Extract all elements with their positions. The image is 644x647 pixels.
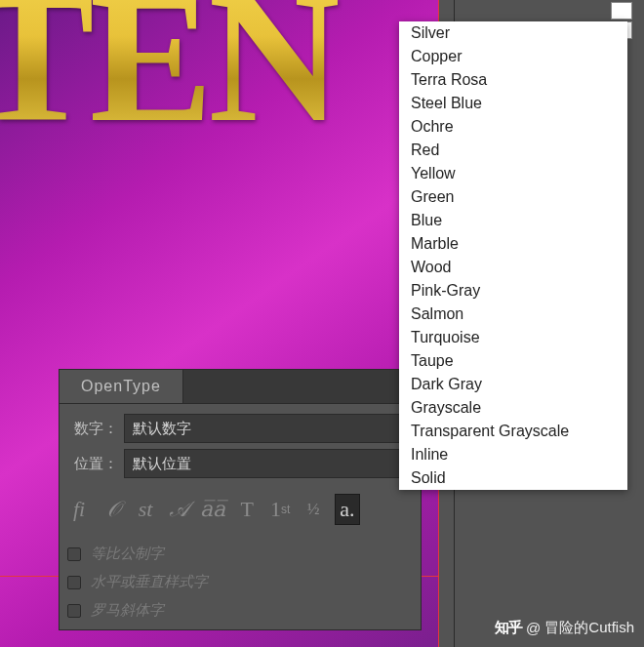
tab-bar-spacer (183, 370, 421, 403)
titling-alt-icon[interactable]: 𝒜 (167, 497, 190, 522)
ligatures-icon[interactable]: fi (67, 497, 91, 522)
dropdown-item[interactable]: Steel Blue (399, 92, 627, 115)
opentype-icon-row: fi 𝒪 st 𝒜 a̅a̅ T 1st ½ a. (67, 484, 413, 533)
allcaps-icon[interactable]: T (235, 497, 259, 522)
tab-opentype[interactable]: OpenType (60, 370, 183, 403)
figures-row: 数字： 默认数字 (67, 414, 413, 443)
check-label: 水平或垂直样式字 (91, 573, 208, 591)
figures-value: 默认数字 (133, 420, 191, 438)
watermark-prefix: @ (526, 620, 541, 636)
dropdown-item[interactable]: Blue (399, 209, 627, 232)
dropdown-item[interactable]: Pink-Gray (399, 279, 627, 303)
stylistic-alt-icon[interactable]: st (134, 497, 157, 522)
position-label: 位置： (67, 455, 118, 473)
position-value: 默认位置 (133, 455, 191, 473)
fractions-icon[interactable]: ½ (302, 500, 325, 519)
dropdown-item[interactable]: Dark Gray (399, 373, 627, 396)
dropdown-item[interactable]: Grayscale (399, 396, 627, 420)
watermark-author: 冒险的Cutfish (544, 619, 634, 637)
dropdown-item[interactable]: Solid (399, 466, 627, 490)
roman-italic-check[interactable]: 罗马斜体字 (67, 601, 413, 620)
dropdown-item[interactable]: Inline (399, 443, 627, 466)
dropdown-item[interactable]: Green (399, 185, 627, 209)
dropdown-item[interactable]: Silver (399, 21, 627, 45)
position-select[interactable]: 默认位置 (124, 449, 413, 478)
panel-body: 数字： 默认数字 位置： 默认位置 fi 𝒪 st 𝒜 a̅a̅ T 1st ½… (60, 404, 421, 629)
checkbox-icon (67, 576, 81, 589)
hv-style-check[interactable]: 水平或垂直样式字 (67, 573, 413, 591)
swash-icon[interactable]: 𝒪 (101, 497, 124, 522)
dropdown-item[interactable]: Red (399, 139, 627, 162)
dropdown-item[interactable]: Salmon (399, 303, 627, 326)
contextual-alt-icon[interactable]: a̅a̅ (200, 497, 225, 522)
dropdown-item[interactable]: Copper (399, 45, 627, 68)
dropdown-item[interactable]: Taupe (399, 349, 627, 373)
panel-tab-bar: OpenType (60, 370, 421, 404)
dropdown-item[interactable]: Wood (399, 256, 627, 279)
dropdown-item[interactable]: Yellow (399, 162, 627, 185)
check-label: 罗马斜体字 (91, 601, 164, 620)
artwork-text: TEN (0, 0, 338, 164)
figures-label: 数字： (67, 420, 118, 438)
check-group: 等比公制字 水平或垂直样式字 罗马斜体字 (67, 539, 413, 620)
dropdown-item[interactable]: Turquoise (399, 326, 627, 349)
check-label: 等比公制字 (91, 545, 164, 563)
dropdown-item[interactable]: Marble (399, 232, 627, 256)
ordinals-icon[interactable]: 1st (268, 497, 292, 522)
checkbox-icon (67, 604, 81, 618)
dropdown-item[interactable]: Terra Rosa (399, 68, 627, 92)
swatch-white-1[interactable] (611, 2, 632, 20)
shading-dropdown-menu[interactable]: Silver Copper Terra Rosa Steel Blue Ochr… (399, 21, 627, 490)
stylistic-sets-icon[interactable]: a. (335, 494, 359, 525)
proportional-metrics-check[interactable]: 等比公制字 (67, 545, 413, 563)
opentype-panel: OpenType 数字： 默认数字 位置： 默认位置 fi 𝒪 st 𝒜 a̅a… (59, 369, 422, 630)
figures-select[interactable]: 默认数字 (124, 414, 413, 443)
zhihu-logo-icon: 知乎 (495, 619, 522, 637)
checkbox-icon (67, 547, 81, 561)
dropdown-item[interactable]: Transparent Grayscale (399, 420, 627, 443)
position-row: 位置： 默认位置 (67, 449, 413, 478)
watermark: 知乎 @ 冒险的Cutfish (495, 619, 634, 637)
dropdown-item[interactable]: Ochre (399, 115, 627, 139)
